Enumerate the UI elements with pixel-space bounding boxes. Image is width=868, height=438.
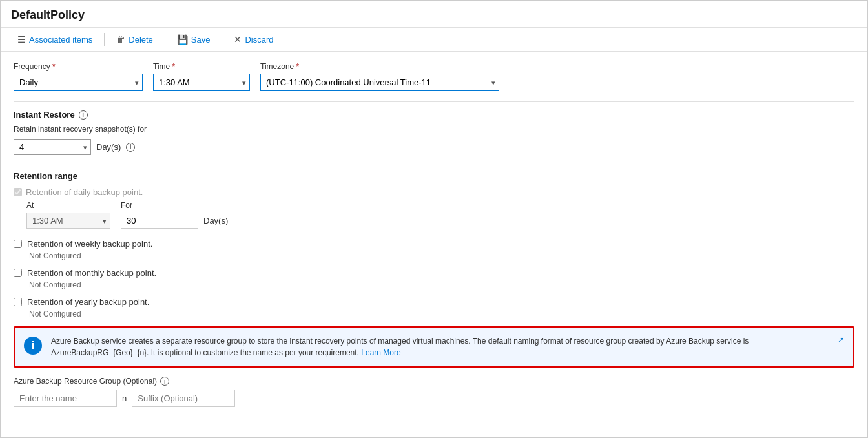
toolbar-separator-3 bbox=[222, 33, 222, 46]
page-wrapper: DefaultPolicy ☰ Associated items 🗑 Delet… bbox=[0, 0, 868, 438]
retain-row: 1 2 3 4 5 ▾ Day(s) i bbox=[14, 139, 854, 155]
daily-check-row: Retention of daily backup point. bbox=[14, 187, 854, 197]
timezone-select[interactable]: (UTC-11:00) Coordinated Universal Time-1… bbox=[260, 74, 499, 91]
info-circle-icon: i bbox=[24, 337, 42, 355]
instant-restore-header: Instant Restore i bbox=[14, 110, 854, 120]
at-for-row: At 1:30 AM ▾ For Day(s) bbox=[14, 201, 854, 229]
page-title: DefaultPolicy bbox=[1, 1, 867, 28]
instant-restore-info-icon[interactable]: i bbox=[79, 110, 88, 120]
yearly-not-configured: Not Configured bbox=[29, 309, 854, 318]
associated-items-button[interactable]: ☰ Associated items bbox=[11, 32, 99, 47]
timezone-group: Timezone * (UTC-11:00) Coordinated Unive… bbox=[260, 62, 499, 91]
frequency-select-wrapper: Daily Weekly Monthly ▾ bbox=[14, 74, 143, 91]
at-select[interactable]: 1:30 AM bbox=[26, 213, 110, 229]
delete-label: Delete bbox=[129, 35, 153, 45]
at-group: At 1:30 AM ▾ bbox=[26, 201, 110, 229]
azure-sep-label: n bbox=[122, 393, 127, 403]
retention-range-label: Retention range bbox=[14, 171, 854, 181]
monthly-backup-checkbox[interactable] bbox=[14, 269, 22, 277]
for-input[interactable] bbox=[121, 213, 198, 229]
timezone-required-star: * bbox=[296, 62, 300, 71]
weekly-not-configured: Not Configured bbox=[29, 251, 854, 260]
azure-name-input[interactable] bbox=[14, 390, 117, 407]
for-group: For Day(s) bbox=[121, 201, 228, 229]
retain-label: Retain instant recovery snapshot(s) for bbox=[14, 125, 854, 134]
toolbar-separator-1 bbox=[104, 33, 105, 46]
weekly-checkbox-row: Retention of weekly backup point. bbox=[14, 239, 854, 249]
discard-label: Discard bbox=[245, 35, 273, 45]
at-select-wrapper: 1:30 AM ▾ bbox=[26, 213, 110, 229]
yearly-checkbox-row: Retention of yearly backup point. bbox=[14, 297, 854, 307]
azure-suffix-input[interactable] bbox=[132, 390, 235, 407]
toolbar: ☰ Associated items 🗑 Delete 💾 Save ✕ Dis… bbox=[1, 28, 867, 52]
monthly-checkbox-row: Retention of monthly backup point. bbox=[14, 268, 854, 278]
save-button[interactable]: 💾 Save bbox=[170, 32, 217, 47]
at-label: At bbox=[26, 201, 110, 210]
discard-button[interactable]: ✕ Discard bbox=[227, 32, 280, 47]
monthly-not-configured: Not Configured bbox=[29, 280, 854, 289]
delete-button[interactable]: 🗑 Delete bbox=[110, 32, 160, 47]
time-required-star: * bbox=[172, 62, 176, 71]
list-icon: ☰ bbox=[17, 34, 26, 45]
monthly-backup-label: Retention of monthly backup point. bbox=[27, 268, 156, 278]
frequency-group: Frequency * Daily Weekly Monthly ▾ bbox=[14, 62, 143, 91]
main-content: Frequency * Daily Weekly Monthly ▾ Time … bbox=[1, 52, 867, 417]
save-label: Save bbox=[191, 35, 211, 45]
frequency-required-star: * bbox=[52, 62, 56, 71]
yearly-backup-label: Retention of yearly backup point. bbox=[27, 297, 149, 307]
instant-restore-label: Instant Restore bbox=[14, 110, 75, 120]
time-select-wrapper: 12:00 AM 12:30 AM 1:00 AM 1:30 AM 2:00 A… bbox=[153, 74, 250, 91]
retain-unit-label: Day(s) bbox=[96, 142, 121, 152]
azure-input-row: n bbox=[14, 390, 854, 407]
time-label: Time * bbox=[153, 62, 250, 71]
daily-backup-label: Retention of daily backup point. bbox=[26, 187, 143, 197]
weekly-backup-checkbox[interactable] bbox=[14, 240, 22, 248]
for-unit-label: Day(s) bbox=[203, 216, 228, 225]
divider-2 bbox=[14, 163, 854, 163]
time-group: Time * 12:00 AM 12:30 AM 1:00 AM 1:30 AM… bbox=[153, 62, 250, 91]
monthly-section: Retention of monthly backup point. Not C… bbox=[14, 268, 854, 289]
frequency-select[interactable]: Daily Weekly Monthly bbox=[14, 74, 143, 91]
divider-1 bbox=[14, 101, 854, 102]
frequency-label: Frequency * bbox=[14, 62, 143, 71]
weekly-section: Retention of weekly backup point. Not Co… bbox=[14, 239, 854, 260]
retain-select-wrapper: 1 2 3 4 5 ▾ bbox=[14, 139, 91, 155]
info-banner-text: Azure Backup service creates a separate … bbox=[51, 335, 826, 359]
retain-info-icon[interactable]: i bbox=[126, 143, 135, 152]
trash-icon: 🗑 bbox=[116, 34, 125, 45]
frequency-time-tz-row: Frequency * Daily Weekly Monthly ▾ Time … bbox=[14, 62, 854, 91]
associated-items-label: Associated items bbox=[29, 35, 92, 45]
toolbar-separator-2 bbox=[165, 33, 165, 46]
for-label: For bbox=[121, 201, 228, 210]
timezone-label: Timezone * bbox=[260, 62, 499, 71]
close-icon: ✕ bbox=[234, 34, 242, 45]
azure-group-info-icon[interactable]: i bbox=[160, 377, 169, 386]
daily-backup-checkbox bbox=[14, 188, 22, 196]
save-icon: 💾 bbox=[177, 34, 188, 45]
azure-group-label: Azure Backup Resource Group (Optional) i bbox=[14, 377, 854, 386]
yearly-backup-checkbox[interactable] bbox=[14, 298, 22, 306]
external-link-icon[interactable]: ↗ bbox=[838, 335, 844, 344]
learn-more-link[interactable]: Learn More bbox=[361, 348, 400, 357]
time-select[interactable]: 12:00 AM 12:30 AM 1:00 AM 1:30 AM 2:00 A… bbox=[153, 74, 250, 91]
weekly-backup-label: Retention of weekly backup point. bbox=[27, 239, 152, 249]
yearly-section: Retention of yearly backup point. Not Co… bbox=[14, 297, 854, 318]
timezone-select-wrapper: (UTC-11:00) Coordinated Universal Time-1… bbox=[260, 74, 499, 91]
retain-select[interactable]: 1 2 3 4 5 bbox=[14, 139, 91, 155]
info-banner: i Azure Backup service creates a separat… bbox=[14, 326, 854, 368]
